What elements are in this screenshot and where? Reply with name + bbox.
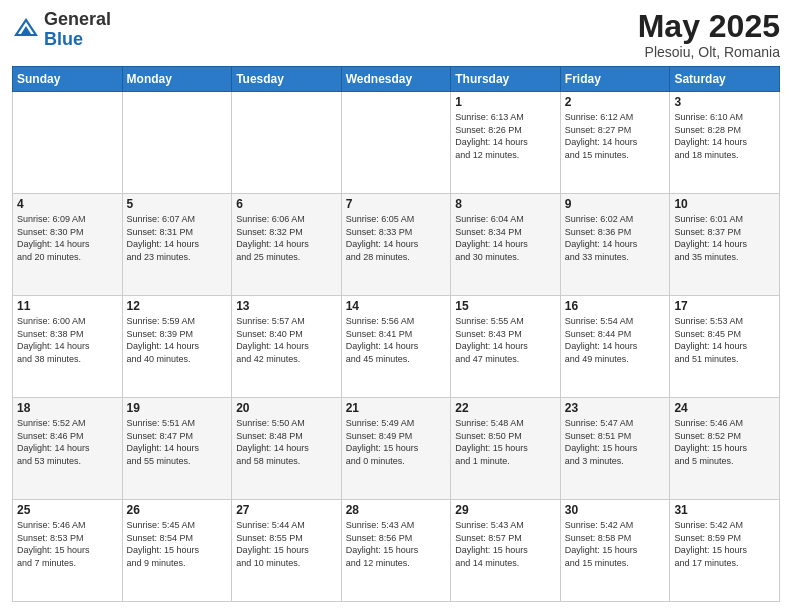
calendar-week-3: 11Sunrise: 6:00 AM Sunset: 8:38 PM Dayli… [13, 296, 780, 398]
logo-general: General [44, 9, 111, 29]
cell-info: Sunrise: 6:06 AM Sunset: 8:32 PM Dayligh… [236, 213, 337, 263]
cell-info: Sunrise: 6:02 AM Sunset: 8:36 PM Dayligh… [565, 213, 666, 263]
cell-info: Sunrise: 5:50 AM Sunset: 8:48 PM Dayligh… [236, 417, 337, 467]
cell-date: 19 [127, 401, 228, 415]
cell-date: 3 [674, 95, 775, 109]
cell-info: Sunrise: 5:46 AM Sunset: 8:52 PM Dayligh… [674, 417, 775, 467]
calendar-cell: 27Sunrise: 5:44 AM Sunset: 8:55 PM Dayli… [232, 500, 342, 602]
calendar-week-4: 18Sunrise: 5:52 AM Sunset: 8:46 PM Dayli… [13, 398, 780, 500]
calendar-cell: 2Sunrise: 6:12 AM Sunset: 8:27 PM Daylig… [560, 92, 670, 194]
calendar-cell: 5Sunrise: 6:07 AM Sunset: 8:31 PM Daylig… [122, 194, 232, 296]
calendar-cell: 4Sunrise: 6:09 AM Sunset: 8:30 PM Daylig… [13, 194, 123, 296]
cell-info: Sunrise: 5:46 AM Sunset: 8:53 PM Dayligh… [17, 519, 118, 569]
cell-info: Sunrise: 5:42 AM Sunset: 8:59 PM Dayligh… [674, 519, 775, 569]
cell-info: Sunrise: 5:43 AM Sunset: 8:56 PM Dayligh… [346, 519, 447, 569]
cell-date: 7 [346, 197, 447, 211]
calendar-cell: 21Sunrise: 5:49 AM Sunset: 8:49 PM Dayli… [341, 398, 451, 500]
calendar-cell: 9Sunrise: 6:02 AM Sunset: 8:36 PM Daylig… [560, 194, 670, 296]
calendar-cell: 30Sunrise: 5:42 AM Sunset: 8:58 PM Dayli… [560, 500, 670, 602]
header: General Blue May 2025 Plesoiu, Olt, Roma… [12, 10, 780, 60]
calendar-cell: 15Sunrise: 5:55 AM Sunset: 8:43 PM Dayli… [451, 296, 561, 398]
cell-date: 17 [674, 299, 775, 313]
calendar-cell: 23Sunrise: 5:47 AM Sunset: 8:51 PM Dayli… [560, 398, 670, 500]
col-tuesday: Tuesday [232, 67, 342, 92]
cell-info: Sunrise: 6:07 AM Sunset: 8:31 PM Dayligh… [127, 213, 228, 263]
cell-info: Sunrise: 5:45 AM Sunset: 8:54 PM Dayligh… [127, 519, 228, 569]
calendar-cell: 10Sunrise: 6:01 AM Sunset: 8:37 PM Dayli… [670, 194, 780, 296]
calendar-cell: 3Sunrise: 6:10 AM Sunset: 8:28 PM Daylig… [670, 92, 780, 194]
calendar-cell: 13Sunrise: 5:57 AM Sunset: 8:40 PM Dayli… [232, 296, 342, 398]
cell-info: Sunrise: 6:13 AM Sunset: 8:26 PM Dayligh… [455, 111, 556, 161]
page: General Blue May 2025 Plesoiu, Olt, Roma… [0, 0, 792, 612]
cell-date: 12 [127, 299, 228, 313]
calendar-cell [13, 92, 123, 194]
calendar-cell: 20Sunrise: 5:50 AM Sunset: 8:48 PM Dayli… [232, 398, 342, 500]
calendar-cell: 11Sunrise: 6:00 AM Sunset: 8:38 PM Dayli… [13, 296, 123, 398]
cell-date: 21 [346, 401, 447, 415]
col-monday: Monday [122, 67, 232, 92]
col-friday: Friday [560, 67, 670, 92]
cell-date: 10 [674, 197, 775, 211]
cell-info: Sunrise: 5:54 AM Sunset: 8:44 PM Dayligh… [565, 315, 666, 365]
cell-date: 1 [455, 95, 556, 109]
calendar-cell: 31Sunrise: 5:42 AM Sunset: 8:59 PM Dayli… [670, 500, 780, 602]
cell-info: Sunrise: 5:49 AM Sunset: 8:49 PM Dayligh… [346, 417, 447, 467]
cell-date: 18 [17, 401, 118, 415]
calendar-cell: 22Sunrise: 5:48 AM Sunset: 8:50 PM Dayli… [451, 398, 561, 500]
col-thursday: Thursday [451, 67, 561, 92]
calendar-cell: 19Sunrise: 5:51 AM Sunset: 8:47 PM Dayli… [122, 398, 232, 500]
cell-date: 29 [455, 503, 556, 517]
calendar-cell: 1Sunrise: 6:13 AM Sunset: 8:26 PM Daylig… [451, 92, 561, 194]
cell-info: Sunrise: 5:53 AM Sunset: 8:45 PM Dayligh… [674, 315, 775, 365]
cell-date: 2 [565, 95, 666, 109]
calendar-cell: 6Sunrise: 6:06 AM Sunset: 8:32 PM Daylig… [232, 194, 342, 296]
logo-text: General Blue [44, 10, 111, 50]
cell-date: 25 [17, 503, 118, 517]
cell-date: 27 [236, 503, 337, 517]
cell-date: 24 [674, 401, 775, 415]
cell-info: Sunrise: 5:47 AM Sunset: 8:51 PM Dayligh… [565, 417, 666, 467]
calendar-cell: 12Sunrise: 5:59 AM Sunset: 8:39 PM Dayli… [122, 296, 232, 398]
calendar-week-2: 4Sunrise: 6:09 AM Sunset: 8:30 PM Daylig… [13, 194, 780, 296]
col-wednesday: Wednesday [341, 67, 451, 92]
cell-info: Sunrise: 5:44 AM Sunset: 8:55 PM Dayligh… [236, 519, 337, 569]
logo: General Blue [12, 10, 111, 50]
calendar-cell: 17Sunrise: 5:53 AM Sunset: 8:45 PM Dayli… [670, 296, 780, 398]
logo-icon [12, 16, 40, 44]
cell-date: 11 [17, 299, 118, 313]
cell-date: 22 [455, 401, 556, 415]
calendar-cell [341, 92, 451, 194]
cell-date: 14 [346, 299, 447, 313]
cell-info: Sunrise: 5:42 AM Sunset: 8:58 PM Dayligh… [565, 519, 666, 569]
cell-date: 9 [565, 197, 666, 211]
cell-info: Sunrise: 6:00 AM Sunset: 8:38 PM Dayligh… [17, 315, 118, 365]
cell-date: 28 [346, 503, 447, 517]
calendar-cell [122, 92, 232, 194]
month-title: May 2025 [638, 10, 780, 42]
calendar-week-1: 1Sunrise: 6:13 AM Sunset: 8:26 PM Daylig… [13, 92, 780, 194]
calendar-cell: 8Sunrise: 6:04 AM Sunset: 8:34 PM Daylig… [451, 194, 561, 296]
cell-date: 8 [455, 197, 556, 211]
calendar-cell: 28Sunrise: 5:43 AM Sunset: 8:56 PM Dayli… [341, 500, 451, 602]
calendar-cell: 24Sunrise: 5:46 AM Sunset: 8:52 PM Dayli… [670, 398, 780, 500]
cell-info: Sunrise: 5:43 AM Sunset: 8:57 PM Dayligh… [455, 519, 556, 569]
logo-blue: Blue [44, 29, 83, 49]
cell-date: 23 [565, 401, 666, 415]
calendar-cell: 7Sunrise: 6:05 AM Sunset: 8:33 PM Daylig… [341, 194, 451, 296]
cell-info: Sunrise: 5:52 AM Sunset: 8:46 PM Dayligh… [17, 417, 118, 467]
calendar-cell: 14Sunrise: 5:56 AM Sunset: 8:41 PM Dayli… [341, 296, 451, 398]
cell-date: 30 [565, 503, 666, 517]
title-block: May 2025 Plesoiu, Olt, Romania [638, 10, 780, 60]
cell-info: Sunrise: 6:10 AM Sunset: 8:28 PM Dayligh… [674, 111, 775, 161]
calendar-cell: 25Sunrise: 5:46 AM Sunset: 8:53 PM Dayli… [13, 500, 123, 602]
cell-info: Sunrise: 5:57 AM Sunset: 8:40 PM Dayligh… [236, 315, 337, 365]
calendar-cell: 16Sunrise: 5:54 AM Sunset: 8:44 PM Dayli… [560, 296, 670, 398]
cell-date: 13 [236, 299, 337, 313]
cell-date: 31 [674, 503, 775, 517]
cell-info: Sunrise: 6:04 AM Sunset: 8:34 PM Dayligh… [455, 213, 556, 263]
calendar-table: Sunday Monday Tuesday Wednesday Thursday… [12, 66, 780, 602]
cell-info: Sunrise: 5:59 AM Sunset: 8:39 PM Dayligh… [127, 315, 228, 365]
cell-info: Sunrise: 6:12 AM Sunset: 8:27 PM Dayligh… [565, 111, 666, 161]
cell-date: 15 [455, 299, 556, 313]
cell-info: Sunrise: 6:05 AM Sunset: 8:33 PM Dayligh… [346, 213, 447, 263]
